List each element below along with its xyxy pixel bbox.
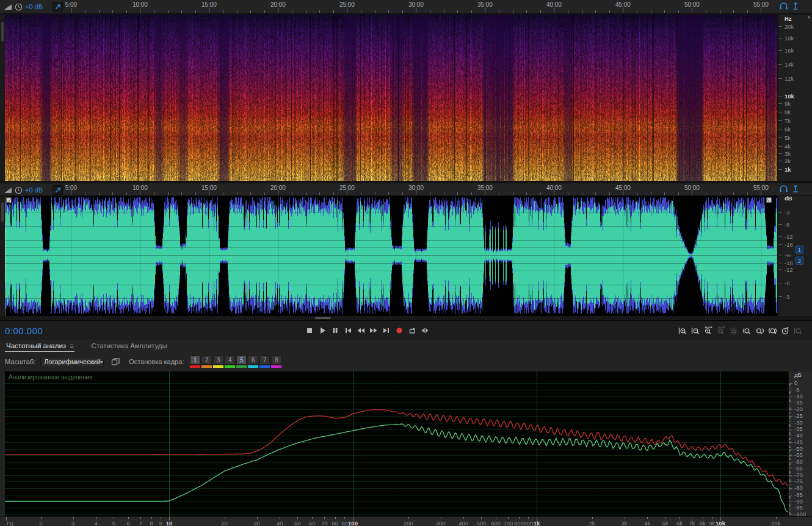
clock-icon[interactable] (15, 3, 23, 11)
timeline-tick (375, 10, 375, 13)
fade-in-handle[interactable] (6, 197, 12, 203)
spectrogram-left-splitter[interactable] (0, 15, 5, 181)
db-tick (789, 426, 791, 427)
zoom-reset-button (728, 324, 741, 337)
hold-button-2[interactable]: 2 (201, 356, 212, 368)
waveform-left-splitter[interactable] (0, 196, 5, 316)
db-tick (789, 430, 791, 431)
zoom-to-selection-button[interactable] (766, 324, 779, 337)
chevron-down-icon[interactable]: ▾ (808, 15, 810, 20)
timeline-tick (140, 8, 140, 13)
spectrogram-canvas[interactable] (5, 15, 777, 181)
channel-2-badge[interactable]: 2 (796, 257, 803, 265)
channel-1-badge[interactable]: 1 (796, 246, 803, 254)
db-tick (789, 464, 791, 465)
db-tick (789, 502, 792, 502)
spectrogram-frequency-ruler[interactable]: ▾ Hz20k18k16k14k12k10k9k8k7k6k5k4k3k2k1k (778, 15, 812, 181)
pin-button[interactable] (53, 2, 63, 12)
db-tick (789, 513, 791, 514)
hold-button-7[interactable]: 7 (259, 356, 270, 368)
pin-button[interactable] (53, 185, 63, 195)
scale-dropdown[interactable]: Логарифмический ▾ (40, 357, 104, 367)
hold-button-3[interactable]: 3 (213, 356, 223, 368)
timeline-tick (112, 192, 113, 195)
hold-button-6[interactable]: 6 (248, 356, 258, 368)
db-tick (789, 441, 791, 442)
timeline-tick (540, 10, 541, 13)
move-playhead-button[interactable] (418, 324, 431, 337)
horizontal-scrollbar[interactable] (5, 316, 777, 320)
hz-tick-label: 7 (139, 520, 142, 526)
ruler-label: Hz (785, 16, 792, 21)
timeline-tick (595, 10, 596, 13)
waveform-canvas[interactable] (5, 196, 777, 316)
db-tick-label: -95 (794, 505, 803, 510)
timeline-tick (85, 192, 85, 195)
levels-icon[interactable] (4, 186, 12, 194)
scrollbar-grip[interactable] (315, 317, 331, 319)
time-display[interactable]: 0:00.000 (5, 326, 43, 336)
timeline-tick (499, 192, 499, 195)
pause-button[interactable] (328, 324, 341, 337)
zoom-in-left-selection-button[interactable] (741, 324, 753, 337)
levels-icon[interactable] (4, 3, 12, 10)
hold-button-4[interactable]: 4 (225, 356, 235, 368)
db-tick (789, 505, 791, 506)
panel-menu-icon[interactable]: ≡ (70, 342, 73, 349)
waveform-db-ruler[interactable]: dB-3-6-12-18-∞-18-12-6-3 (778, 196, 812, 316)
timeline-tick (513, 10, 513, 13)
zoom-out-amplitude-button[interactable] (689, 324, 702, 337)
hold-button-8[interactable]: 8 (271, 356, 281, 368)
headphones-icon[interactable] (779, 184, 788, 193)
fade-out-handle[interactable] (766, 197, 772, 203)
spectrogram-db-gain[interactable]: +0 dB (25, 3, 43, 10)
headphones-icon[interactable] (779, 2, 788, 10)
skip-to-end-button[interactable] (380, 324, 393, 337)
skip-to-start-button[interactable] (341, 324, 354, 337)
hold-button-1[interactable]: 1 (190, 356, 200, 368)
stop-button[interactable] (303, 324, 316, 337)
fast-forward-button[interactable] (367, 324, 380, 337)
copy-graph-icon[interactable] (111, 357, 120, 366)
db-tick (789, 423, 792, 423)
db-tick-label: -10 (794, 394, 803, 399)
zoom-to-time-button[interactable] (779, 324, 792, 337)
play-button[interactable] (316, 324, 328, 337)
timeline-label: 30:00 (408, 184, 424, 191)
timeline-tick (154, 10, 154, 13)
timeline-tick (526, 10, 527, 13)
db-tick (789, 492, 791, 492)
spectrogram-header-icons (779, 2, 799, 10)
pushpin-icon[interactable] (792, 184, 799, 193)
hold-label: Остановка кадра: (129, 358, 184, 365)
spectrogram-timeline-ruler[interactable]: +0 dB 5:0010:0015:0020:0025:0030:0035:00… (0, 0, 812, 14)
db-tick (789, 434, 791, 435)
tab-frequency-analysis[interactable]: Частотный анализ ≡ (5, 340, 74, 352)
hz-tick-label: 7k (689, 520, 695, 526)
timeline-tick (457, 192, 458, 195)
hold-button-color (271, 365, 281, 368)
tab-amplitude-statistics[interactable]: Статистика Амплитуды (90, 340, 169, 351)
record-button[interactable] (393, 324, 405, 337)
waveform-db-gain[interactable]: +0 dB (25, 186, 43, 194)
ruler-tick (778, 224, 782, 225)
frequency-plot-db-ruler: дБ0-5-10-15-20-25-30-35-40-45-50-55-60-6… (788, 371, 812, 516)
waveform-timeline-ruler[interactable]: +0 dB 5:0010:0015:0020:0025:0030:0035:00… (0, 183, 812, 196)
hz-tick-label: 8 (150, 520, 153, 526)
hz-tick-label: 10k (716, 520, 725, 526)
frequency-plot-hz-ruler: Гц 2345678910203040506070809010020030040… (0, 516, 812, 526)
db-tick (789, 395, 791, 395)
zoom-in-time-button[interactable] (702, 324, 715, 337)
ruler-tick (778, 236, 782, 237)
ruler-label: -18 (785, 260, 793, 266)
ruler-tick (778, 153, 782, 154)
pushpin-icon[interactable] (792, 2, 799, 10)
zoom-in-amplitude-button[interactable] (676, 324, 689, 337)
hold-button-5[interactable]: 5 (236, 356, 247, 368)
clock-icon[interactable] (15, 186, 23, 194)
db-tick-label: -45 (794, 440, 803, 445)
rewind-button[interactable] (354, 324, 367, 337)
timeline-tick (582, 10, 582, 13)
zoom-in-right-selection-button[interactable] (753, 324, 766, 337)
loop-playback-button[interactable] (405, 324, 418, 337)
